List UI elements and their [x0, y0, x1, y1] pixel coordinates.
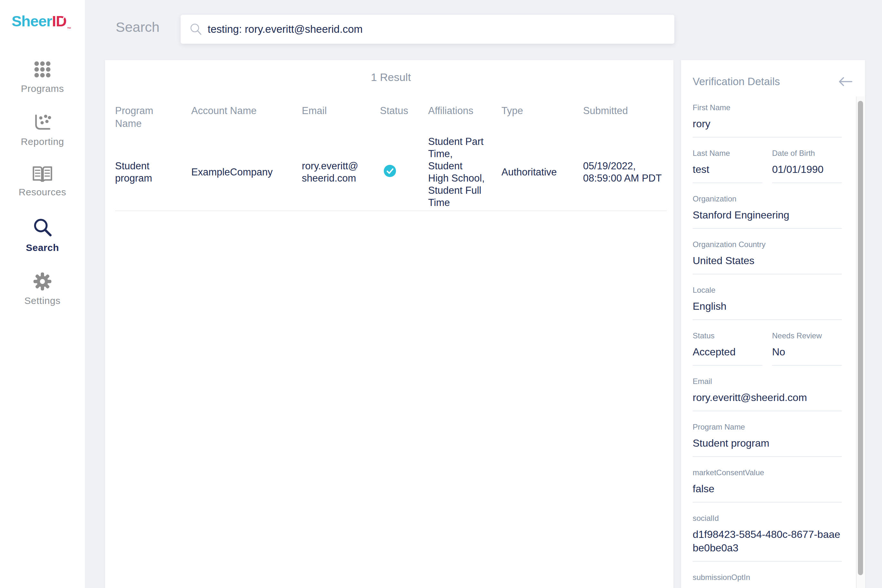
detail-field-last-name: Last Name test — [693, 148, 762, 183]
sidebar-item-search[interactable]: Search — [0, 216, 85, 253]
sheerid-logo[interactable]: SheerID✓™ — [0, 0, 85, 31]
row-program-name: Student program — [115, 160, 191, 184]
detail-field-date-of-birth: Date of Birth 01/01/1990 — [772, 148, 842, 183]
detail-field-locale: Locale English — [693, 285, 842, 320]
sidebar-item-label: Settings — [24, 295, 60, 306]
sidebar-item-resources[interactable]: Resources — [0, 165, 85, 198]
table-header-row: Program Name Account Name Email Status A… — [115, 104, 667, 130]
back-arrow-icon[interactable] — [838, 76, 853, 87]
result-count: 1 Result — [115, 70, 667, 84]
sidebar-item-settings[interactable]: Settings — [0, 272, 85, 306]
column-header-submitted: Submitted — [583, 104, 667, 130]
panel-scrollbar[interactable] — [856, 96, 864, 588]
sidebar-item-label: Reporting — [21, 136, 64, 147]
logo-trademark: ™ — [67, 26, 71, 31]
row-status — [380, 165, 428, 180]
search-input-icon — [189, 23, 203, 36]
column-header-affiliations: Affiliations — [428, 104, 502, 130]
detail-field-market-consent: marketConsentValue false — [693, 468, 842, 502]
detail-field-needs-review: Needs Review No — [772, 331, 842, 366]
row-affiliations: Student Part Time, Student High School, … — [428, 136, 502, 209]
column-header-account-name: Account Name — [191, 104, 302, 130]
panel-header: Verification Details — [681, 60, 865, 96]
detail-field-organization-country: Organization Country United States — [693, 240, 842, 274]
search-icon — [31, 216, 54, 238]
panel-scrollbar-thumb[interactable] — [858, 101, 863, 575]
search-input[interactable] — [207, 15, 675, 44]
column-header-email: Email — [302, 104, 380, 130]
panel-title: Verification Details — [693, 75, 780, 88]
gear-icon — [33, 272, 53, 291]
column-header-type: Type — [502, 104, 583, 130]
detail-field-social-id: socialId d1f98423-5854-480c-8677-baaebe0… — [693, 513, 842, 562]
sidebar-item-label: Programs — [21, 83, 64, 94]
logo-check-icon: ✓ — [59, 13, 68, 25]
main-content: Search 1 Result Program Name Account Nam… — [85, 0, 882, 588]
sidebar-item-programs[interactable]: Programs — [0, 60, 85, 94]
detail-field-program-name: Program Name Student program — [693, 422, 842, 457]
detail-field-row: Status Accepted Needs Review No — [693, 331, 842, 376]
row-type: Authoritative — [502, 166, 583, 178]
sidebar: SheerID✓™ Programs — [0, 0, 85, 588]
detail-field-email: Email rory.everitt@sheerid.com — [693, 376, 842, 411]
verification-details-panel: Verification Details First Name rory Las… — [681, 60, 865, 588]
sidebar-item-reporting[interactable]: Reporting — [0, 112, 85, 147]
scatter-chart-icon — [33, 112, 53, 132]
results-card: 1 Result Program Name Account Name Email… — [105, 60, 673, 588]
detail-field-organization: Organization Stanford Engineering — [693, 194, 842, 229]
row-account-name: ExampleCompany — [191, 166, 302, 178]
detail-field-submission-optin: submissionOptIn By submitting the person… — [693, 573, 842, 588]
sidebar-item-label: Resources — [19, 187, 66, 198]
status-verified-icon — [384, 165, 396, 177]
column-header-status: Status — [380, 104, 428, 130]
table-row[interactable]: Student program ExampleCompany rory.ever… — [115, 134, 667, 211]
sidebar-item-label: Search — [26, 242, 59, 253]
detail-field-status: Status Accepted — [693, 331, 762, 366]
column-header-program-name: Program Name — [115, 104, 191, 130]
logo-text-primary: Sheer — [12, 12, 52, 30]
row-email: rory.everitt@sheerid.com — [302, 160, 380, 184]
panel-body: First Name rory Last Name test Date of B… — [681, 96, 855, 588]
page-title: Search — [116, 19, 159, 35]
app-root: SheerID✓™ Programs — [0, 0, 882, 588]
grid-icon — [33, 60, 53, 80]
detail-field-first-name: First Name rory — [693, 103, 842, 138]
sidebar-nav: Programs Reporting — [0, 60, 85, 324]
detail-field-row: Last Name test Date of Birth 01/01/1990 — [693, 148, 842, 194]
book-icon — [32, 165, 53, 183]
search-bar[interactable] — [181, 15, 675, 44]
results-table: Program Name Account Name Email Status A… — [115, 104, 667, 211]
row-submitted: 05/19/2022, 08:59:00 AM PDT — [583, 160, 667, 184]
